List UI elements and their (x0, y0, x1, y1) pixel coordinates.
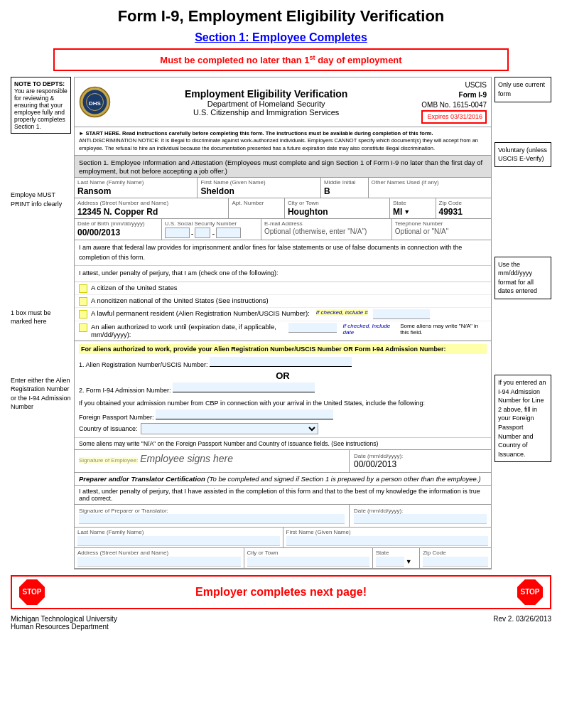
preparer-sig-row: Signature of Preparer or Translator: Dat… (75, 505, 491, 528)
foreign-passport-input[interactable] (156, 410, 333, 419)
country-select[interactable] (141, 423, 318, 434)
only-use-current: Only use current form (495, 77, 551, 102)
section1-header: Section 1. Employee Information and Atte… (75, 156, 491, 178)
preparer-city-input[interactable] (247, 557, 369, 567)
or-label: OR (79, 370, 487, 381)
alien-reg-input[interactable] (210, 357, 352, 367)
preparer-last-name-cell: Last Name (Family Name) (75, 528, 283, 547)
preparer-name-row: Last Name (Family Name) First Name (Give… (75, 528, 491, 548)
checkbox-alien-authorized[interactable]: An alien authorized to work until (expir… (75, 321, 491, 341)
right-annotations: Only use current form Voluntary (unless … (495, 77, 551, 569)
preparer-zip-cell: Zip Code (420, 548, 491, 568)
first-name-cell: First Name (Given Name) Sheldon (198, 178, 320, 198)
left-annotations: NOTE TO DEPTS: You are responsible for r… (11, 77, 71, 569)
preparer-address-row: Address (Street Number and Name) City or… (75, 548, 491, 569)
attestation-attest-text: I attest, under penalty of perjury, that… (75, 266, 491, 282)
state-cell: State MI ▼ (390, 198, 436, 218)
dob-cell: Date of Birth (mm/dd/yyyy) 00/00/2013 (75, 219, 162, 240)
checkbox-citizen[interactable]: A citizen of the United States (75, 282, 491, 295)
preparer-header: Preparer and/or Translator Certification… (75, 473, 491, 486)
alien-section: For aliens authorized to work, provide y… (75, 341, 491, 397)
dob-ssn-row: Date of Birth (mm/dd/yyyy) 00/00/2013 U.… (75, 219, 491, 240)
expires-box: Expires 03/31/2016 (421, 110, 487, 124)
footer: Michigan Technological University Human … (11, 615, 551, 631)
svg-text:DHS: DHS (89, 100, 102, 107)
uscis-right-info: USCIS Form I-9 OMB No. 1615-0047 Expires… (421, 80, 487, 124)
preparer-attest: I attest, under penalty of perjury, that… (75, 486, 491, 505)
attestation-aware-text: I am aware that federal law provides for… (75, 240, 491, 266)
preparer-sig-input[interactable] (79, 514, 345, 524)
uscis-header: DHS Employment Eligibility Verification … (75, 77, 491, 127)
i94-input[interactable] (173, 382, 315, 392)
zip-cell: Zip Code 49931 (436, 198, 491, 218)
preparer-address-cell: Address (Street Number and Name) (75, 548, 244, 568)
preparer-sig-cell: Signature of Preparer or Translator: (75, 505, 350, 527)
signature-cell: Signature of Employee: Employee signs he… (75, 450, 350, 472)
preparer-city-cell: City or Town (244, 548, 373, 568)
noncitizen-checkbox[interactable] (79, 297, 87, 306)
other-names-cell: Other Names Used (if any) (369, 178, 491, 198)
bottom-bar: STOP Employer completes next page! STOP (11, 575, 551, 609)
alien-authorized-checkbox[interactable] (79, 323, 87, 332)
preparer-state-input[interactable] (376, 557, 404, 567)
ssn-cell: U.S. Social Security Number - - (162, 219, 261, 240)
address-cell: Address (Street Number and Name) 12345 N… (75, 198, 229, 218)
signature-row: Signature of Employee: Employee signs he… (75, 449, 491, 473)
lawful-resident-checkbox[interactable] (79, 310, 87, 318)
if-checked-number: If checked, include # (316, 309, 368, 316)
footer-right: Rev 2. 03/26/2013 (493, 615, 551, 631)
i94-note: If you entered an I-94 Admission Number … (495, 375, 551, 462)
notice-text: ► START HERE. Read instructions carefull… (75, 127, 491, 156)
page-title: Form I-9, Employment Eligibility Verific… (11, 7, 551, 26)
if-checked-date: If checked, Include date (343, 323, 394, 336)
employee-signature: Employee signs here (140, 453, 233, 464)
stop-sign-left: STOP (19, 579, 45, 605)
preparer-date-cell: Date (mm/dd/yyyy): (350, 505, 491, 527)
must-complete-box: Must be completed no later than 1st day … (53, 48, 509, 71)
preparer-first-name-input[interactable] (286, 536, 489, 546)
signature-date-cell: Date (mm/dd/yyyy): 00/00/2013 (350, 450, 491, 472)
uscis-logo-icon: DHS (79, 86, 111, 118)
some-aliens-note: Some aliens may write "N/A" in this fiel… (400, 323, 487, 336)
i94-section: If you obtained your admission number fr… (75, 397, 491, 437)
preparer-date-input[interactable] (354, 514, 487, 524)
preparer-state-cell: State ▼ (373, 548, 420, 568)
section-heading: Section 1: Employee Completes (11, 31, 551, 44)
phone-cell: Telephone Number Optional or "N/A" (392, 219, 491, 240)
form-header-center: Employment Eligibility Verification Depa… (117, 88, 416, 117)
city-cell: City or Town Houghton (285, 198, 390, 218)
last-name-cell: Last Name (Family Name) Ransom (75, 178, 198, 198)
some-aliens-fp-note: Some aliens may write "N/A" on the Forei… (75, 437, 491, 449)
preparer-last-name-input[interactable] (77, 536, 280, 546)
employer-next-text: Employer completes next page! (195, 586, 367, 599)
preparer-zip-input[interactable] (423, 557, 488, 567)
voluntary-note: Voluntary (unless USCIS E-Verify) (495, 142, 551, 167)
email-cell: E-mail Address Optional (otherwise, ente… (261, 219, 392, 240)
one-box-must: 1 box must be marked here (11, 309, 71, 326)
address-row: Address (Street Number and Name) 12345 N… (75, 198, 491, 219)
footer-left: Michigan Technological University Human … (11, 615, 117, 631)
line1-alien: 1. Alien Registration Number/USCIS Numbe… (79, 357, 487, 368)
apt-cell: Apt. Number (229, 198, 284, 218)
preparer-first-name-cell: First Name (Given Name) (283, 528, 492, 547)
checkbox-noncitizen[interactable]: A noncitizen national of the United Stat… (75, 295, 491, 308)
mmddyyyy-note: Use the mm/dd/yyyy format for all dates … (495, 257, 551, 299)
alien-auth-text: For aliens authorized to work, provide y… (79, 344, 487, 354)
line2-i94: 2. Form I-94 Admission Number: (79, 382, 487, 394)
name-row: Last Name (Family Name) Ransom First Nam… (75, 178, 491, 198)
middle-initial-cell: Middle Initial B (321, 178, 369, 198)
employee-must-print: Employe MUST PRINT info clearly (11, 191, 71, 208)
note-to-depts: NOTE TO DEPTS: You are responsible for r… (11, 77, 71, 134)
preparer-address-input[interactable] (77, 557, 241, 567)
citizen-checkbox[interactable] (79, 284, 87, 293)
form-area: DHS Employment Eligibility Verification … (74, 77, 492, 569)
stop-sign-right: STOP (517, 579, 543, 605)
enter-alien-note: Enter either the Alien Registration Numb… (11, 376, 71, 412)
checkbox-lawful-resident[interactable]: A lawful permanent resident (Alien Regis… (75, 308, 491, 321)
